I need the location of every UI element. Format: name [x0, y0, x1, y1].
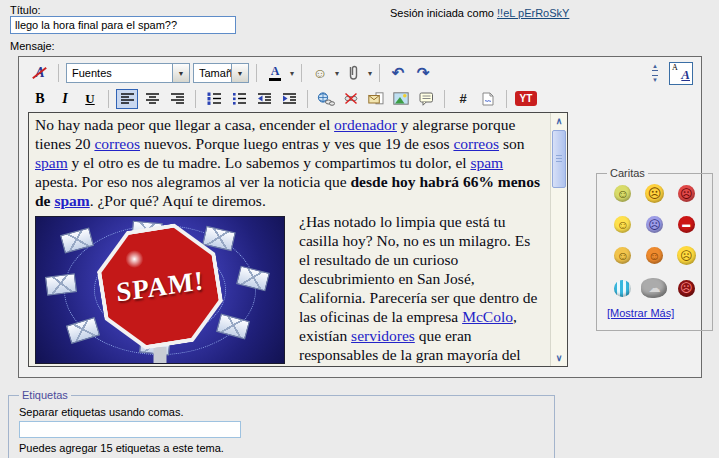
hash-icon: #: [459, 91, 466, 106]
underline-icon: U: [85, 91, 94, 107]
font-size-dropdown[interactable]: Tamañ ▼: [193, 63, 249, 83]
emoticons-panel: Caritas ☺ ☹ ☹ ☺ ☹ ▬ ☺ ☺ ☹ ☁ ☹ [Mostrar M…: [596, 167, 713, 331]
bold-icon: B: [35, 91, 44, 107]
font-family-value: Fuentes: [67, 64, 172, 82]
scroll-up-button[interactable]: ∧: [551, 113, 567, 129]
session-prefix: Sesión iniciada como: [390, 7, 497, 19]
paperclip-icon: [347, 65, 359, 81]
editor-link: spam mundial: [299, 365, 386, 366]
emoticon-ball[interactable]: [614, 280, 631, 297]
attach-dropdown-arrow[interactable]: ▾: [368, 69, 372, 78]
toolbar-separator: [379, 64, 380, 82]
youtube-icon: YT: [515, 91, 537, 106]
font-color-icon: A: [269, 65, 281, 81]
post-editor-page: Título: Sesión iniciada como !!eL pErRoS…: [0, 0, 719, 458]
italic-button[interactable]: I: [54, 89, 76, 109]
toolbar-separator: [307, 90, 308, 108]
aa-icon: A: [672, 63, 678, 72]
indent-button[interactable]: [278, 89, 300, 109]
show-more-emoticons-link[interactable]: [Mostrar Más]: [607, 307, 674, 319]
image-icon: [393, 92, 409, 105]
indent-icon: [282, 92, 297, 105]
paragraph: SPAM! ¿Has notado lo limpia que está tu …: [35, 212, 544, 366]
spam-stop-sign-image: SPAM!: [35, 216, 285, 364]
editor-scrollbar[interactable]: ∧ ∨: [550, 113, 567, 366]
tags-panel: Etiquetas Separar etiquetas usando comas…: [8, 389, 555, 458]
emoticon-grid: ☺ ☹ ☹ ☺ ☹ ▬ ☺ ☺ ☹ ☁ ☹: [607, 184, 702, 298]
emoticon-devil[interactable]: ☹: [678, 280, 695, 297]
align-right-button[interactable]: [166, 89, 188, 109]
emoticon-grin[interactable]: ☺: [614, 216, 631, 233]
toolbar-separator: [506, 90, 507, 108]
outdent-button[interactable]: [253, 89, 275, 109]
emoticon-confused[interactable]: ☹: [646, 216, 663, 233]
undo-button[interactable]: ↶: [387, 63, 409, 83]
insert-quote-button[interactable]: [415, 89, 437, 109]
bullet-list-button[interactable]: [228, 89, 250, 109]
chevron-down-icon[interactable]: ▼: [172, 64, 189, 82]
emoticon-sad[interactable]: ☹: [645, 184, 664, 203]
remove-link-button[interactable]: [340, 89, 362, 109]
title-input[interactable]: [10, 16, 236, 34]
insert-code-button[interactable]: #: [452, 89, 474, 109]
font-color-button[interactable]: A: [264, 63, 286, 83]
tags-hint: Separar etiquetas usando comas.: [19, 406, 544, 418]
smiley-icon: ☺: [313, 65, 327, 81]
insert-youtube-button[interactable]: YT: [514, 89, 538, 109]
editor-link: McColo: [462, 308, 513, 325]
remove-format-button[interactable]: A: [29, 63, 51, 83]
toggle-editor-mode-button[interactable]: A A: [669, 62, 693, 85]
emoticon-smile[interactable]: ☺: [614, 185, 631, 202]
tags-panel-title: Etiquetas: [19, 389, 71, 401]
scrollbar-thumb[interactable]: [552, 130, 566, 188]
toolbar-separator: [108, 90, 109, 108]
message-body[interactable]: No hay nada peor que llegar a casa, ence…: [29, 113, 550, 366]
emoticon-grr[interactable]: ▬: [678, 216, 695, 233]
insert-emoticon-button[interactable]: ☺: [309, 63, 331, 83]
chevron-down-icon[interactable]: ▼: [231, 64, 248, 82]
tags-input[interactable]: [19, 421, 241, 438]
ordered-list-button[interactable]: [203, 89, 225, 109]
message-body-area: No hay nada peor que llegar a casa, ence…: [28, 112, 568, 367]
emoticon-laugh[interactable]: ☺: [646, 247, 663, 264]
session-status: Sesión iniciada como !!eL pErRoSkY: [390, 7, 569, 19]
editor-link: ordenador: [334, 116, 397, 133]
spin-up-icon[interactable]: ▲: [652, 63, 658, 71]
font-family-dropdown[interactable]: Fuentes ▼: [66, 63, 190, 83]
toolbar-separator: [58, 64, 59, 82]
insert-email-button[interactable]: [365, 89, 387, 109]
broken-link-icon: [343, 92, 359, 105]
message-label: Mensaje:: [10, 40, 55, 52]
font-color-dropdown-arrow[interactable]: ▾: [290, 69, 294, 78]
editor-link: correos: [94, 135, 140, 152]
align-center-icon: [145, 92, 160, 105]
insert-link-button[interactable]: [315, 89, 337, 109]
envelope-page-icon: [368, 92, 384, 105]
align-center-button[interactable]: [141, 89, 163, 109]
scroll-down-button[interactable]: ∨: [551, 350, 567, 366]
font-size-value: Tamañ: [194, 64, 231, 82]
emoticon-dropdown-arrow[interactable]: ▾: [335, 69, 339, 78]
redo-button[interactable]: ↷: [412, 63, 434, 83]
underline-button[interactable]: U: [79, 89, 101, 109]
flash-file-icon: [482, 92, 494, 106]
bold-button[interactable]: B: [29, 89, 51, 109]
insert-image-button[interactable]: [390, 89, 412, 109]
attach-file-button[interactable]: [342, 63, 364, 83]
ordered-list-icon: [207, 92, 222, 105]
outdent-icon: [257, 92, 272, 105]
emoticon-rocks[interactable]: ☁: [641, 278, 667, 298]
spin-down-icon[interactable]: ▼: [652, 75, 658, 83]
title-label: Título:: [10, 4, 41, 16]
toolbar-row-2: B I U: [19, 86, 701, 111]
session-user-link[interactable]: !!eL pErRoSkY: [497, 7, 569, 19]
emoticon-rolleyes[interactable]: ☺: [614, 247, 631, 264]
bullet-list-icon: [232, 92, 247, 105]
insert-flash-button[interactable]: [477, 89, 499, 109]
align-left-button[interactable]: [116, 89, 138, 109]
toolbar-row-1: A Fuentes ▼ Tamañ ▼ A ▾ ☺ ▾: [19, 57, 701, 86]
tags-note: Puedes agregar 15 etiquetas a este tema.: [19, 442, 544, 454]
emoticon-mad[interactable]: ☹: [678, 185, 695, 202]
emoticon-squint[interactable]: ☹: [677, 246, 696, 265]
toolbar-resize-spinner[interactable]: ▲ ▼: [652, 63, 658, 83]
